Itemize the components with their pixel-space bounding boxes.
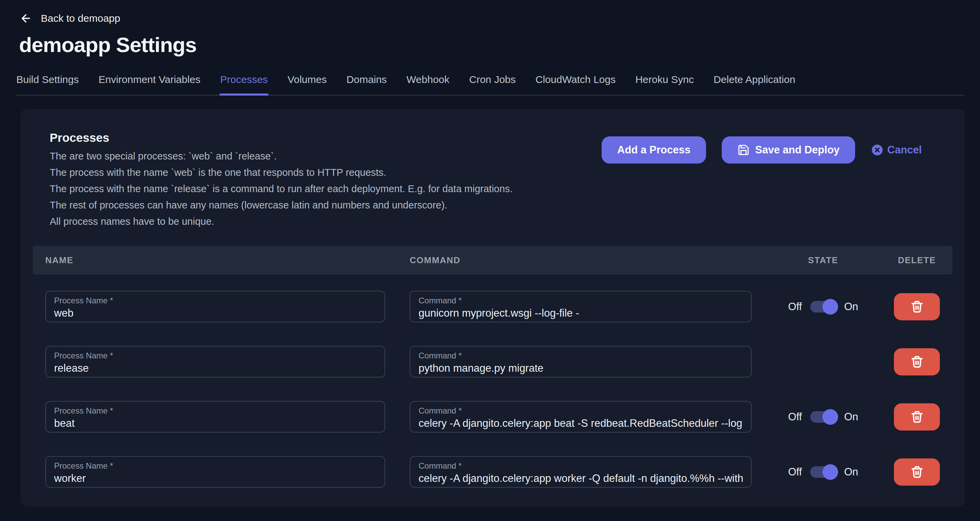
toggle-on-label: On: [844, 466, 858, 478]
description-line: The process with the name `web` is the o…: [50, 164, 512, 181]
column-header-name: NAME: [45, 255, 385, 265]
panel-heading: Processes: [50, 131, 512, 145]
table-row: Process Name * Command * Off On: [33, 291, 953, 322]
state-toggle[interactable]: [810, 411, 836, 423]
state-cell: Off On: [772, 466, 874, 478]
back-label[interactable]: Back to demoapp: [41, 13, 120, 24]
process-name-input[interactable]: [54, 307, 376, 319]
tab-environment-variables[interactable]: Environment Variables: [98, 74, 201, 95]
cancel-x-circle-icon: [871, 143, 884, 156]
process-name-input[interactable]: [54, 362, 376, 375]
process-name-field[interactable]: Process Name *: [45, 401, 385, 432]
toggle-on-label: On: [844, 411, 858, 423]
trash-icon: [909, 299, 925, 315]
tab-heroku-sync[interactable]: Heroku Sync: [635, 74, 695, 95]
processes-panel: Processes The are two special processes:…: [21, 109, 965, 507]
page-title: demoapp Settings: [19, 33, 980, 57]
add-process-button[interactable]: Add a Process: [601, 137, 706, 164]
table-row: Process Name * Command * Off On: [33, 456, 953, 488]
process-name-label: Process Name *: [54, 461, 376, 471]
command-input[interactable]: [418, 307, 743, 319]
tab-domains[interactable]: Domains: [346, 74, 387, 95]
tab-cron-jobs[interactable]: Cron Jobs: [469, 74, 517, 95]
command-input[interactable]: [418, 472, 743, 484]
trash-icon: [909, 354, 925, 370]
command-field[interactable]: Command *: [410, 456, 752, 488]
command-field[interactable]: Command *: [410, 291, 752, 322]
column-header-command: COMMAND: [410, 255, 752, 265]
save-icon: [737, 144, 749, 156]
save-and-deploy-button[interactable]: Save and Deploy: [722, 137, 855, 164]
process-name-label: Process Name *: [54, 351, 376, 361]
process-name-field[interactable]: Process Name *: [45, 291, 385, 322]
process-name-field[interactable]: Process Name *: [45, 456, 385, 488]
processes-table: NAME COMMAND STATE DELETE Process Name *…: [33, 246, 953, 488]
toggle-knob: [822, 409, 838, 425]
table-row: Process Name * Command * Off On: [33, 401, 953, 432]
delete-process-button[interactable]: [894, 458, 940, 486]
toggle-off-label: Off: [788, 466, 802, 478]
add-process-label: Add a Process: [617, 144, 690, 156]
tab-build-settings[interactable]: Build Settings: [16, 74, 79, 95]
table-header-row: NAME COMMAND STATE DELETE: [33, 246, 953, 275]
description-line: The process with the name `release` is a…: [50, 181, 512, 197]
tab-cloudwatch-logs[interactable]: CloudWatch Logs: [535, 74, 617, 95]
settings-tabbar: Build Settings Environment Variables Pro…: [16, 74, 964, 95]
state-cell: Off On: [772, 411, 874, 423]
column-header-state: STATE: [772, 255, 874, 265]
command-label: Command *: [418, 461, 743, 471]
process-name-input[interactable]: [54, 417, 376, 429]
process-name-input[interactable]: [54, 472, 376, 484]
panel-description: The are two special processes: `web` and…: [50, 148, 512, 230]
trash-icon: [909, 409, 925, 425]
toggle-on-label: On: [844, 301, 858, 313]
cancel-label: Cancel: [887, 144, 922, 156]
state-cell: Off On: [772, 301, 874, 313]
tab-webhook[interactable]: Webhook: [406, 74, 450, 95]
command-label: Command *: [418, 406, 743, 416]
save-and-deploy-label: Save and Deploy: [755, 144, 840, 156]
tab-processes[interactable]: Processes: [220, 74, 269, 95]
panel-actions: Add a Process Save and Deploy: [601, 137, 922, 164]
command-input[interactable]: [418, 362, 743, 375]
command-field[interactable]: Command *: [410, 401, 752, 432]
panel-intro: Processes The are two special processes:…: [50, 131, 512, 230]
delete-process-button[interactable]: [894, 293, 940, 320]
command-field[interactable]: Command *: [410, 346, 752, 378]
process-name-field[interactable]: Process Name *: [45, 346, 385, 378]
description-line: All process names have to be unique.: [50, 213, 512, 230]
toggle-knob: [822, 299, 838, 315]
column-header-delete: DELETE: [894, 255, 940, 265]
toggle-off-label: Off: [788, 411, 802, 423]
process-name-label: Process Name *: [54, 296, 376, 305]
command-label: Command *: [418, 351, 743, 361]
description-line: The are two special processes: `web` and…: [50, 148, 512, 164]
process-name-label: Process Name *: [54, 406, 376, 416]
back-link[interactable]: Back to demoapp: [0, 0, 980, 24]
state-toggle[interactable]: [810, 466, 836, 478]
delete-process-button[interactable]: [894, 348, 940, 375]
command-label: Command *: [418, 296, 743, 305]
tab-delete-application[interactable]: Delete Application: [713, 74, 796, 95]
state-toggle[interactable]: [810, 301, 836, 313]
table-row: Process Name * Command *: [33, 346, 953, 378]
trash-icon: [909, 464, 925, 480]
toggle-knob: [822, 464, 838, 480]
description-line: The rest of processes can have any names…: [50, 197, 512, 213]
arrow-left-icon: [20, 12, 32, 24]
command-input[interactable]: [418, 417, 743, 429]
cancel-button[interactable]: Cancel: [871, 143, 922, 156]
toggle-off-label: Off: [788, 301, 802, 313]
tab-volumes[interactable]: Volumes: [287, 74, 327, 95]
delete-process-button[interactable]: [894, 403, 940, 430]
